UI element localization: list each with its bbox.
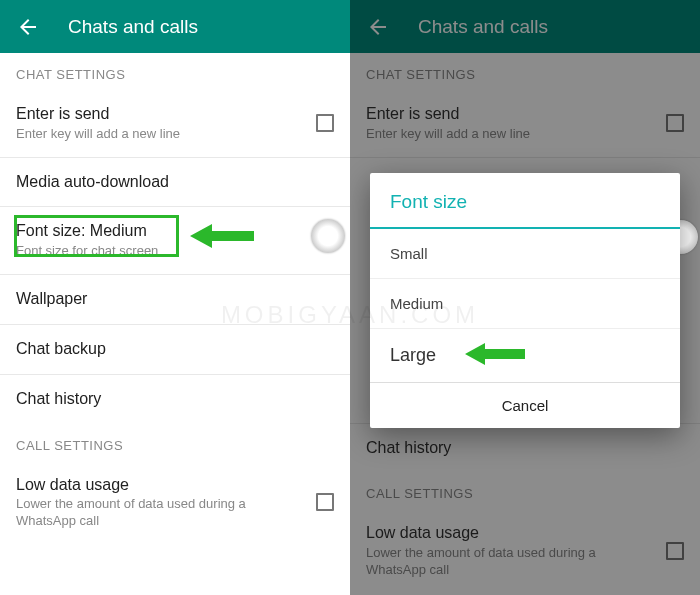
header: Chats and calls [0,0,350,53]
touch-indicator-icon [311,219,345,253]
header-title: Chats and calls [68,16,198,38]
font-size-dialog: Font size Small Medium Large Cancel [370,173,680,428]
item-title: Enter is send [16,104,300,125]
left-pane: Chats and calls CHAT SETTINGS Enter is s… [0,0,350,595]
checkbox[interactable] [316,493,334,511]
dialog-option-medium[interactable]: Medium [370,279,680,329]
item-title: Chat history [16,389,334,410]
item-title: Low data usage [16,475,300,496]
item-chat-history[interactable]: Chat history [0,375,350,424]
item-sub: Enter key will add a new line [16,126,300,143]
section-call-settings: CALL SETTINGS [0,424,350,461]
section-chat-settings: CHAT SETTINGS [0,53,350,90]
dialog-title: Font size [370,173,680,229]
item-media-auto-download[interactable]: Media auto-download [0,158,350,208]
dialog-cancel-button[interactable]: Cancel [370,382,680,428]
item-sub: Font size for chat screen [16,243,334,260]
dialog-option-large[interactable]: Large [370,329,680,382]
item-font-size[interactable]: Font size: Medium Font size for chat scr… [0,207,350,275]
item-title: Chat backup [16,339,334,360]
svg-marker-1 [465,343,525,365]
item-chat-backup[interactable]: Chat backup [0,325,350,375]
item-low-data[interactable]: Low data usage Lower the amount of data … [0,461,350,545]
option-label: Large [390,345,436,365]
item-title: Font size: Medium [16,221,334,242]
item-sub: Lower the amount of data used during a W… [16,496,300,530]
annotation-arrow-icon [465,341,525,367]
item-title: Media auto-download [16,172,334,193]
item-wallpaper[interactable]: Wallpaper [0,275,350,325]
right-pane: Chats and calls CHAT SETTINGS Enter is s… [350,0,700,595]
item-enter-is-send[interactable]: Enter is send Enter key will add a new l… [0,90,350,158]
back-arrow-icon[interactable] [16,15,40,39]
item-title: Wallpaper [16,289,334,310]
dialog-option-small[interactable]: Small [370,229,680,279]
checkbox[interactable] [316,114,334,132]
